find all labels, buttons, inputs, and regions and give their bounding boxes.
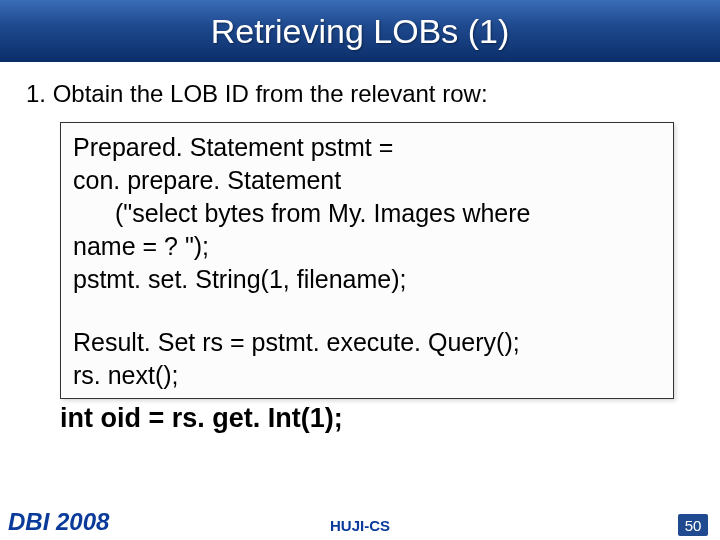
code-last-line: int oid = rs. get. Int(1); xyxy=(60,401,702,436)
blank-line xyxy=(73,296,661,326)
slide-title: Retrieving LOBs (1) xyxy=(211,12,510,51)
code-line: rs. next(); xyxy=(73,359,661,392)
code-line: name = ? "); xyxy=(73,230,661,263)
slide-body: 1. Obtain the LOB ID from the relevant r… xyxy=(0,62,720,436)
title-bar: Retrieving LOBs (1) xyxy=(0,0,720,62)
code-line: ("select bytes from My. Images where xyxy=(73,197,661,230)
footer-left: DBI 2008 xyxy=(8,508,109,536)
code-line: pstmt. set. String(1, filename); xyxy=(73,263,661,296)
page-number-badge: 50 xyxy=(678,514,708,536)
code-line: con. prepare. Statement xyxy=(73,164,661,197)
code-line: Result. Set rs = pstmt. execute. Query()… xyxy=(73,326,661,359)
footer: DBI 2008 HUJI-CS 50 xyxy=(0,508,720,540)
step-1-text: 1. Obtain the LOB ID from the relevant r… xyxy=(18,80,702,108)
footer-center: HUJI-CS xyxy=(330,517,390,534)
code-box: Prepared. Statement pstmt = con. prepare… xyxy=(60,122,674,399)
code-line: Prepared. Statement pstmt = xyxy=(73,131,661,164)
